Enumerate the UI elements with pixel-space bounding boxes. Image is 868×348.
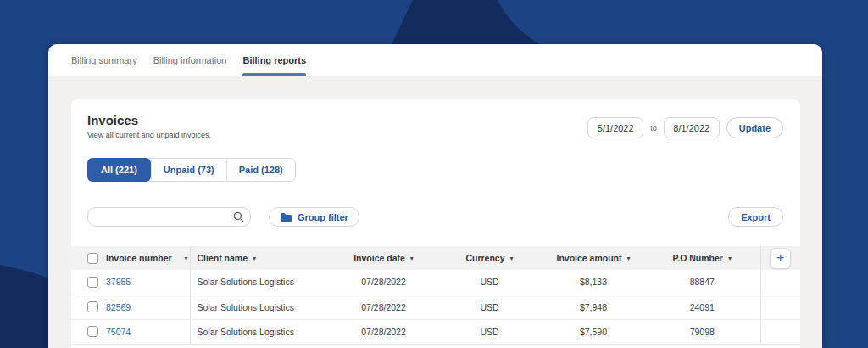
page-title: Invoices (87, 113, 211, 127)
po-number-cell: 88847 (644, 270, 760, 295)
sort-caret-icon[interactable]: ▾ (185, 255, 188, 262)
date-range-controls: to Update (587, 117, 783, 138)
start-date-input[interactable] (587, 117, 643, 138)
page-subtitle: View all current and unpaid invoices. (87, 131, 211, 139)
currency-cell: USD (437, 295, 542, 319)
search-icon (233, 211, 244, 222)
end-date-input[interactable] (664, 117, 720, 138)
column-header-invoice-number[interactable]: Invoice number (106, 253, 172, 263)
page-background: Billing summary Billing information Bill… (0, 0, 868, 348)
status-filter-group: All (221) Unpaid (73) Paid (128) (87, 158, 296, 182)
group-filter-label: Group filter (298, 212, 348, 222)
diagonal-band-shape (392, 0, 539, 44)
invoice-amount-cell: $7,590 (542, 319, 644, 344)
panel-header: Invoices View all current and unpaid inv… (71, 99, 800, 139)
invoice-date-cell: 07/28/2022 (331, 270, 437, 295)
folder-icon (280, 211, 292, 222)
currency-cell: USD (437, 319, 542, 344)
billing-tabs: Billing summary Billing information Bill… (48, 44, 822, 76)
tab-billing-summary[interactable]: Billing summary (71, 44, 137, 76)
sort-caret-icon[interactable]: ▾ (510, 255, 514, 262)
tab-billing-reports[interactable]: Billing reports (242, 44, 306, 76)
sort-caret-icon[interactable]: ▾ (253, 255, 256, 262)
select-all-checkbox[interactable] (87, 253, 98, 264)
table-row: 37955 Solar Solutions Logistics 07/28/20… (71, 270, 800, 295)
corner-wave-shape (0, 265, 48, 348)
search-input[interactable] (87, 207, 251, 227)
update-button[interactable]: Update (726, 117, 783, 138)
date-range-separator: to (650, 124, 657, 132)
invoices-panel: Invoices View all current and unpaid inv… (71, 99, 800, 348)
filter-paid[interactable]: Paid (128) (226, 159, 295, 181)
column-header-invoice-amount[interactable]: Invoice amount (556, 253, 621, 263)
row-checkbox[interactable] (87, 277, 98, 288)
table-row: 82569 Solar Solutions Logistics 07/28/20… (71, 295, 800, 319)
filter-unpaid[interactable]: Unpaid (73) (151, 159, 226, 181)
currency-cell: USD (437, 270, 542, 295)
sort-caret-icon[interactable]: ▾ (627, 255, 631, 262)
export-button[interactable]: Export (728, 207, 783, 227)
client-name-cell: Solar Solutions Logistics (190, 295, 331, 319)
invoice-number-link[interactable]: 82569 (106, 302, 131, 312)
table-header-row: Invoice number ▾ Client name▾ Invoice da… (71, 246, 800, 270)
client-name-cell: Solar Solutions Logistics (190, 319, 331, 344)
po-number-cell: 24091 (644, 295, 760, 319)
tab-billing-information[interactable]: Billing information (153, 44, 227, 76)
client-name-cell: Solar Solutions Logistics (190, 270, 331, 295)
table-row: 75074 Solar Solutions Logistics 07/28/20… (71, 319, 800, 344)
sort-caret-icon[interactable]: ▾ (410, 255, 414, 262)
invoice-number-link[interactable]: 75074 (106, 327, 131, 337)
invoice-date-cell: 07/28/2022 (331, 295, 437, 319)
group-filter-button[interactable]: Group filter (269, 207, 359, 227)
invoice-number-link[interactable]: 37955 (106, 277, 131, 287)
panel-title-block: Invoices View all current and unpaid inv… (87, 113, 211, 139)
column-header-currency[interactable]: Currency (465, 253, 504, 263)
row-checkbox[interactable] (87, 326, 98, 337)
table-toolbar: Group filter Export (87, 207, 783, 227)
invoice-amount-cell: $7,948 (542, 295, 644, 319)
search-field-wrap (87, 207, 251, 227)
column-header-po-number[interactable]: P.O Number (673, 253, 723, 263)
column-header-invoice-date[interactable]: Invoice date (353, 253, 405, 263)
po-number-cell: 79098 (644, 319, 760, 344)
filter-all[interactable]: All (221) (87, 158, 151, 182)
invoice-date-cell: 07/28/2022 (331, 319, 437, 344)
invoice-amount-cell: $8,133 (542, 270, 644, 295)
invoices-table: Invoice number ▾ Client name▾ Invoice da… (71, 246, 800, 345)
add-column-button[interactable]: + (770, 248, 791, 269)
main-card: Billing summary Billing information Bill… (48, 44, 822, 348)
sort-caret-icon[interactable]: ▾ (728, 255, 732, 262)
column-header-client-name[interactable]: Client name (198, 253, 248, 263)
row-checkbox[interactable] (87, 301, 98, 312)
